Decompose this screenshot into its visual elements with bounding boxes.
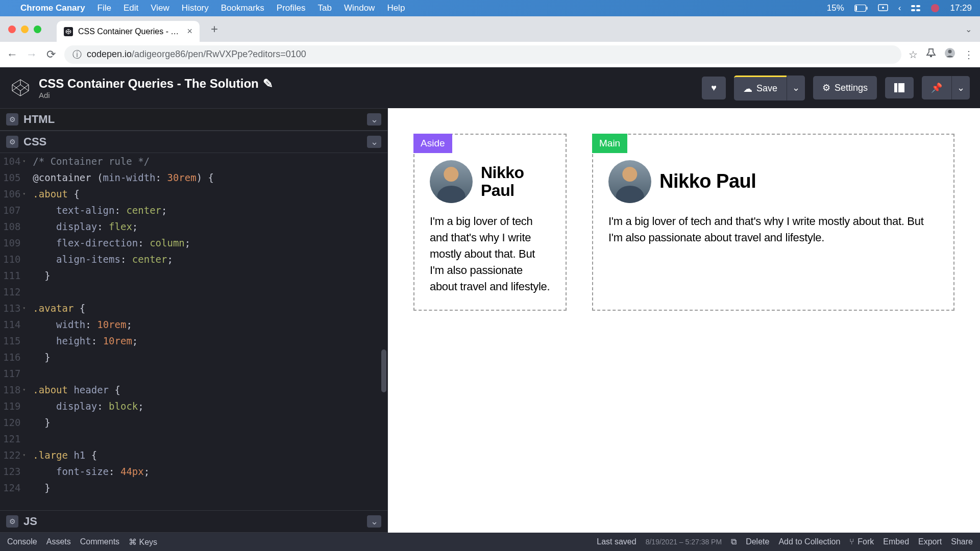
battery-icon[interactable] — [854, 5, 868, 12]
reload-button[interactable]: ⟳ — [45, 48, 57, 61]
window-titlebar: CSS Container Queries - The S × + ⌄ — [0, 16, 980, 42]
forward-button: → — [26, 48, 38, 61]
pen-title[interactable]: CSS Container Queries - The Solution — [39, 77, 259, 91]
open-external-button[interactable]: ⧉ — [731, 537, 737, 546]
js-settings-icon[interactable]: ⚙ — [6, 515, 18, 528]
profile-avatar-icon[interactable] — [944, 47, 955, 61]
svg-rect-6 — [916, 5, 920, 7]
comments-button[interactable]: Comments — [80, 537, 119, 546]
window-close-button[interactable] — [8, 26, 16, 33]
edit-title-icon[interactable]: ✎ — [263, 77, 273, 91]
svg-rect-14 — [898, 83, 904, 92]
html-panel-title: HTML — [23, 113, 362, 126]
heart-button[interactable]: ♥ — [702, 77, 726, 99]
window-maximize-button[interactable] — [34, 26, 41, 33]
codepen-logo-icon[interactable] — [10, 78, 31, 98]
html-chevron-icon[interactable]: ⌄ — [367, 113, 381, 126]
url-path: /adigeorge86/pen/RwVXPpe?editors=0100 — [132, 49, 306, 59]
status-icon[interactable] — [930, 4, 940, 13]
html-panel-header[interactable]: ⚙ HTML ⌄ — [0, 108, 387, 131]
last-saved-time: 8/19/2021 – 5:27:38 PM — [646, 538, 722, 546]
menu-history[interactable]: History — [182, 3, 209, 13]
svg-rect-1 — [855, 6, 857, 11]
svg-rect-13 — [894, 83, 897, 92]
css-settings-icon[interactable]: ⚙ — [6, 136, 18, 148]
footer-bar: Console Assets Comments ⌘ Keys Last save… — [0, 533, 980, 551]
css-chevron-icon[interactable]: ⌄ — [367, 136, 381, 148]
browser-tab[interactable]: CSS Container Queries - The S × — [57, 21, 200, 42]
console-button[interactable]: Console — [7, 537, 37, 546]
js-panel-title: JS — [23, 515, 362, 528]
profile-bio: I'm a big lover of tech and that's why I… — [430, 213, 550, 294]
export-button[interactable]: Export — [918, 537, 942, 546]
js-chevron-icon[interactable]: ⌄ — [367, 515, 381, 528]
svg-point-12 — [948, 50, 952, 54]
menubar-app-name[interactable]: Chrome Canary — [20, 3, 85, 13]
menu-help[interactable]: Help — [387, 3, 405, 13]
control-center-icon[interactable] — [911, 4, 920, 12]
pen-author[interactable]: Adi — [39, 91, 694, 99]
delete-button[interactable]: Delete — [746, 537, 769, 546]
embed-button[interactable]: Embed — [883, 537, 909, 546]
save-dropdown-button[interactable]: ⌄ — [787, 76, 805, 101]
gear-icon: ⚙ — [822, 82, 830, 93]
pin-dropdown-button[interactable]: ⌄ — [951, 76, 970, 99]
preview-main-container: Main Nikko Paul I'm a big lover of tech … — [592, 134, 954, 311]
tab-title: CSS Container Queries - The S — [78, 27, 182, 36]
macos-menubar: Chrome Canary File Edit View History Boo… — [0, 0, 980, 16]
url-input[interactable]: ⓘ codepen.io/adigeorge86/pen/RwVXPpe?edi… — [64, 45, 901, 64]
svg-rect-7 — [911, 9, 915, 11]
chrome-menu-icon[interactable]: ⋮ — [964, 48, 974, 61]
svg-rect-8 — [916, 9, 920, 11]
svg-point-9 — [931, 4, 939, 12]
cloud-icon: ☁ — [743, 83, 752, 94]
keys-button[interactable]: ⌘ Keys — [129, 537, 157, 547]
new-tab-button[interactable]: + — [211, 22, 218, 36]
svg-rect-2 — [866, 7, 867, 10]
tab-close-icon[interactable]: × — [187, 26, 192, 37]
extension-icon[interactable] — [926, 48, 936, 61]
html-settings-icon[interactable]: ⚙ — [6, 113, 18, 126]
js-panel-header[interactable]: ⚙ JS ⌄ — [0, 510, 387, 533]
menu-tab[interactable]: Tab — [317, 3, 331, 13]
menu-bookmarks[interactable]: Bookmarks — [221, 3, 264, 13]
preview-pane: Aside Nikko Paul I'm a big lover of tech… — [388, 108, 980, 533]
assets-button[interactable]: Assets — [46, 537, 71, 546]
bookmark-star-icon[interactable]: ☆ — [909, 48, 918, 61]
add-collection-button[interactable]: Add to Collection — [778, 537, 840, 546]
css-editor[interactable]: 1041051061071081091101111121131141151161… — [0, 153, 387, 510]
save-button[interactable]: ☁ Save — [734, 76, 787, 101]
menu-profiles[interactable]: Profiles — [277, 3, 306, 13]
profile-bio: I'm a big lover of tech and that's why I… — [608, 213, 938, 246]
pin-button[interactable]: 📌 — [922, 76, 951, 99]
screen-mirror-icon[interactable] — [878, 4, 888, 12]
menu-file[interactable]: File — [97, 3, 111, 13]
window-minimize-button[interactable] — [21, 26, 29, 33]
menu-edit[interactable]: Edit — [124, 3, 138, 13]
tabs-dropdown-icon[interactable]: ⌄ — [965, 24, 972, 34]
layout-button[interactable] — [885, 77, 914, 98]
main-label: Main — [592, 134, 627, 153]
settings-button[interactable]: ⚙ Settings — [813, 76, 877, 99]
battery-percent[interactable]: 15% — [827, 3, 844, 13]
address-bar: ← → ⟳ ⓘ codepen.io/adigeorge86/pen/RwVXP… — [0, 42, 980, 67]
menu-window[interactable]: Window — [344, 3, 375, 13]
editor-scrollbar[interactable] — [380, 153, 386, 510]
fork-icon: ⑂ — [849, 537, 854, 546]
share-button[interactable]: Share — [951, 537, 973, 546]
svg-rect-5 — [911, 5, 915, 7]
avatar-image — [430, 160, 473, 203]
clock[interactable]: 17:29 — [950, 3, 972, 13]
profile-name: Nikko Paul — [481, 164, 550, 199]
site-info-icon[interactable]: ⓘ — [72, 48, 82, 61]
aside-label: Aside — [413, 134, 452, 153]
back-button[interactable]: ← — [6, 48, 18, 61]
svg-rect-10 — [930, 56, 932, 57]
css-panel-header[interactable]: ⚙ CSS ⌄ — [0, 131, 387, 153]
menu-view[interactable]: View — [151, 3, 169, 13]
avatar-image — [608, 160, 651, 203]
scrollbar-thumb[interactable] — [381, 349, 386, 392]
fork-button[interactable]: ⑂Fork — [849, 537, 874, 546]
last-saved-label: Last saved — [597, 537, 636, 546]
nav-prev-icon[interactable]: ‹ — [898, 3, 901, 13]
